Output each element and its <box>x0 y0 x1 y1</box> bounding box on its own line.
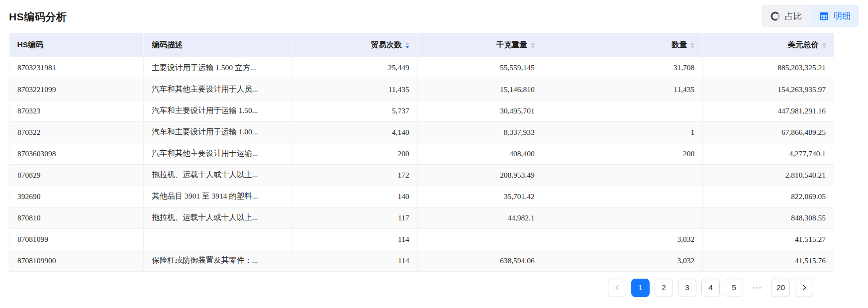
next-page-button[interactable] <box>795 279 813 297</box>
sort-icon <box>531 42 535 48</box>
toggle-label: 明细 <box>834 10 851 22</box>
cell-description: 汽车和主要设计用于运输 1.00... <box>144 121 291 143</box>
cell-usd_total: 4,277,740.1 <box>703 143 834 164</box>
column-label: 美元总价 <box>788 40 819 50</box>
cell-hs_code: 8708109900 <box>9 250 144 271</box>
detail-toggle-button[interactable]: 明细 <box>810 5 859 27</box>
table-row: 870323汽车和主要设计用于运输 1.50...5,73730,495,701… <box>9 100 834 121</box>
cell-usd_total: 41,515.27 <box>703 228 834 250</box>
column-label: HS编码 <box>17 40 44 50</box>
cell-trade_count: 117 <box>291 207 418 228</box>
prev-page-button[interactable] <box>608 279 626 297</box>
cell-description: 拖拉机、运载十人或十人以上... <box>144 164 291 186</box>
cell-trade_count: 11,435 <box>291 79 418 100</box>
caret-up-icon <box>822 42 826 45</box>
column-label: 编码描述 <box>152 40 183 50</box>
table-row: 870810拖拉机、运载十人或十人以上...11744,982.1848,308… <box>9 207 834 228</box>
cell-kg_weight: 44,982.1 <box>417 207 543 228</box>
column-label: 贸易次数 <box>371 40 402 50</box>
cell-description: 汽车和主要设计用于运输 1.50... <box>144 100 291 121</box>
column-header-hs_code: HS编码 <box>9 33 144 57</box>
cell-trade_count: 172 <box>291 164 418 186</box>
cell-usd_total: 848,308.55 <box>703 207 834 228</box>
caret-down-icon <box>690 46 694 48</box>
table-icon <box>819 11 829 21</box>
page-title: HS编码分析 <box>9 10 67 24</box>
proportion-toggle-button[interactable]: 占比 <box>762 5 810 27</box>
page-button-4[interactable]: 4 <box>701 279 720 297</box>
page-button-3[interactable]: 3 <box>678 279 696 297</box>
cell-description: 主要设计用于运输 1.500 立方... <box>144 57 291 79</box>
toggle-label: 占比 <box>785 10 802 22</box>
cell-trade_count: 25,449 <box>291 57 418 79</box>
page-button-20[interactable]: 20 <box>772 279 790 297</box>
column-header-kg_weight[interactable]: 千克重量 <box>417 33 543 57</box>
column-header-quantity[interactable]: 数量 <box>543 33 703 57</box>
cell-usd_total: 885,203,325.21 <box>703 57 834 79</box>
cell-hs_code: 870810 <box>9 207 144 228</box>
cell-usd_total: 154,263,935.97 <box>703 79 834 100</box>
sort-icon <box>405 42 409 48</box>
pagination-ellipsis[interactable]: ••• <box>748 279 767 297</box>
caret-down-icon <box>822 46 826 48</box>
cell-trade_count: 4,140 <box>291 121 418 143</box>
cell-kg_weight: 408,400 <box>417 143 543 164</box>
caret-up-icon <box>531 42 535 45</box>
cell-quantity: 3,032 <box>543 250 703 271</box>
cell-trade_count: 114 <box>291 228 418 250</box>
cell-kg_weight <box>417 228 543 250</box>
column-header-trade_count[interactable]: 贸易次数 <box>291 33 418 57</box>
cell-quantity <box>543 164 703 186</box>
caret-up-icon <box>690 42 694 45</box>
cell-quantity: 11,435 <box>543 79 703 100</box>
cell-quantity: 1 <box>543 121 703 143</box>
cell-usd_total: 447,981,291.16 <box>703 100 834 121</box>
table-row: 8703221099汽车和其他主要设计用于人员...11,43515,146,8… <box>9 79 834 100</box>
cell-hs_code: 8703221099 <box>9 79 144 100</box>
cell-usd_total: 822,069.05 <box>703 186 834 207</box>
caret-up-icon <box>405 42 409 45</box>
cell-hs_code: 870829 <box>9 164 144 186</box>
caret-down-icon <box>531 46 535 48</box>
column-header-usd_total[interactable]: 美元总价 <box>703 33 834 57</box>
cell-quantity <box>543 100 703 121</box>
column-label: 千克重量 <box>496 40 527 50</box>
page-button-5[interactable]: 5 <box>725 279 743 297</box>
table-header-row: HS编码编码描述贸易次数千克重量数量美元总价 <box>9 33 834 57</box>
cell-trade_count: 140 <box>291 186 418 207</box>
cell-hs_code: 87081099 <box>9 228 144 250</box>
page-button-2[interactable]: 2 <box>655 279 673 297</box>
hs-table: HS编码编码描述贸易次数千克重量数量美元总价 8703231981主要设计用于运… <box>9 33 834 272</box>
cell-quantity <box>543 207 703 228</box>
cell-kg_weight: 55,559,145 <box>417 57 543 79</box>
column-label: 数量 <box>672 40 687 50</box>
cell-description: 保险杠或防御装置及其零件：... <box>144 250 291 271</box>
cell-quantity: 200 <box>543 143 703 164</box>
cell-usd_total: 41,515.76 <box>703 250 834 271</box>
cell-description <box>144 228 291 250</box>
cell-kg_weight: 8,337,933 <box>417 121 543 143</box>
cell-hs_code: 8703603098 <box>9 143 144 164</box>
cell-hs_code: 870323 <box>9 100 144 121</box>
sort-icon <box>822 42 826 48</box>
chevron-right-icon <box>801 284 808 291</box>
cell-description: 汽车和其他主要设计用于运输... <box>144 143 291 164</box>
view-toggle: 占比明细 <box>762 5 859 27</box>
cell-kg_weight: 35,701.42 <box>417 186 543 207</box>
top-bar: HS编码分析 占比明细 <box>9 5 859 27</box>
cell-usd_total: 67,866,489.25 <box>703 121 834 143</box>
pagination: 12345•••20 <box>9 279 859 297</box>
hs-code-analysis-panel: HS编码分析 占比明细 HS编码编码描述贸易次数千克重量数量美元总价 87032… <box>0 0 868 307</box>
cell-trade_count: 5,737 <box>291 100 418 121</box>
cell-usd_total: 2,810,540.21 <box>703 164 834 186</box>
cell-description: 拖拉机、运载十人或十人以上... <box>144 207 291 228</box>
chevron-left-icon <box>614 284 621 291</box>
cell-kg_weight: 208,953.49 <box>417 164 543 186</box>
cell-quantity <box>543 186 703 207</box>
page-button-1[interactable]: 1 <box>631 279 650 297</box>
cell-quantity: 3,032 <box>543 228 703 250</box>
cell-kg_weight: 15,146,810 <box>417 79 543 100</box>
cell-kg_weight: 30,495,701 <box>417 100 543 121</box>
table-row: 870810991143,03241,515.27 <box>9 228 834 250</box>
table-row: 870829拖拉机、运载十人或十人以上...172208,953.492,810… <box>9 164 834 186</box>
